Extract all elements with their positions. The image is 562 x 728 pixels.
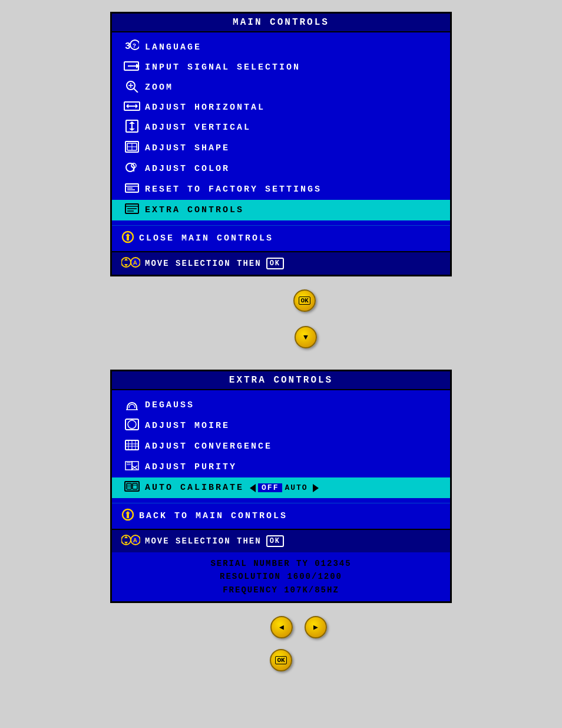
extra-controls-footer: A MOVE SELECTION THEN OK [112,529,450,552]
extra-controls-label: EXTRA CONTROLS [145,205,244,215]
menu-item-extra-controls[interactable]: EXTRA CONTROLS [112,200,450,220]
menu-item-reset-factory[interactable]: RESET TO FACTORY SETTINGS [112,179,450,200]
svg-marker-66 [124,542,128,544]
menu-item-adjust-moire[interactable]: ADJUST MOIRE [112,416,450,436]
menu-item-zoom[interactable]: ZOOM [112,77,450,98]
adjust-purity-icon [121,459,143,475]
ok-badge-extra-icon: OK [266,535,284,547]
adjust-color-icon [121,161,143,177]
ok-badge-icon: OK [266,258,284,269]
menu-item-adjust-convergence[interactable]: ADJUST CONVERGENCE [112,436,450,457]
reset-factory-label: RESET TO FACTORY SETTINGS [145,185,322,195]
menu-item-adjust-purity[interactable]: ADJUST PURITY [112,457,450,477]
adjust-shape-icon [121,140,143,156]
resolution: RESOLUTION 1600/1200 [121,570,441,583]
ok-button-row-extra: OK [270,649,292,671]
menu-item-adjust-color[interactable]: ADJUST COLOR [112,159,450,179]
menu-item-degauss[interactable]: DEGAUSS [112,395,450,416]
right-arrow-icon: ▶ [313,622,318,632]
main-controls-panel: MAIN CONTROLS 3 ? LANGUAGE IN [110,12,452,276]
left-button[interactable]: ◀ [270,616,293,638]
extra-controls-menu: DEGAUSS ADJUST MOIRE [112,390,450,503]
auto-calibrate-right-btn[interactable] [313,484,319,492]
zoom-icon [121,80,143,95]
right-button[interactable]: ▶ [305,616,327,638]
degauss-label: DEGAUSS [145,400,194,410]
close-icon [121,230,134,246]
svg-marker-36 [124,264,128,266]
left-arrow-icon: ◀ [279,622,284,632]
svg-marker-15 [129,121,135,124]
input-signal-icon [121,60,143,75]
svg-line-7 [134,88,138,93]
adjust-shape-label: ADJUST SHAPE [145,143,230,153]
auto-cal-left-arrow [250,484,256,492]
extra-controls-title: EXTRA CONTROLS [112,371,450,390]
svg-point-43 [128,420,136,429]
svg-text:A: A [133,537,138,544]
down-arrow-icon: ▼ [303,333,308,342]
extra-controls-panel: EXTRA CONTROLS DEGAUSS [110,370,452,603]
back-icon [121,508,134,524]
svg-marker-11 [126,104,128,108]
svg-marker-16 [129,129,135,131]
ok-badge-extra: OK [266,535,284,547]
adjust-horizontal-icon [121,100,143,115]
auto-cal-right-arrow [313,484,319,492]
close-main-controls-label: CLOSE MAIN CONTROLS [139,233,273,243]
menu-item-adjust-vertical[interactable]: ADJUST VERTICAL [112,117,450,138]
main-controls-menu: 3 ? LANGUAGE INPUT SIGNAL SELECTION [112,32,450,225]
svg-rect-58 [133,483,137,489]
close-main-controls-row[interactable]: CLOSE MAIN CONTROLS [112,225,450,251]
auto-calibrate-value: OFF [258,483,282,492]
language-icon: 3 ? [121,39,143,55]
menu-item-language[interactable]: 3 ? LANGUAGE [112,37,450,58]
adjust-vertical-icon [121,120,143,136]
svg-marker-65 [124,536,128,538]
adjust-moire-label: ADJUST MOIRE [145,421,230,431]
degauss-icon [121,397,143,413]
auto-calibrate-left-btn[interactable] [250,484,256,492]
adjust-convergence-icon [121,439,143,454]
svg-text:A: A [133,259,138,266]
svg-marker-35 [124,258,128,261]
down-button[interactable]: ▼ [295,326,317,348]
language-label: LANGUAGE [145,42,201,52]
ok-button-row-main: OK [246,289,316,312]
device-info-section: SERIAL NUMBER TY 012345 RESOLUTION 1600/… [112,552,450,601]
auto-calibrate-value2: AUTO [285,483,308,492]
ok-badge-main: OK [266,258,284,269]
ok-button-main[interactable]: OK [293,289,316,312]
adjust-purity-label: ADJUST PURITY [145,462,237,472]
back-to-main-row[interactable]: BACK TO MAIN CONTROLS [112,503,450,529]
main-controls-title: MAIN CONTROLS [112,14,450,32]
joystick-icon-extra: A [121,533,140,549]
svg-marker-63 [125,511,130,518]
svg-rect-57 [127,483,131,489]
ok-button-extra-label: OK [275,656,286,664]
adjust-color-label: ADJUST COLOR [145,164,230,174]
joystick-icon: A [121,256,140,271]
serial-number: SERIAL NUMBER TY 012345 [121,557,441,570]
extra-footer-label: MOVE SELECTION THEN [145,536,262,546]
ok-button-label: OK [299,297,310,305]
menu-item-adjust-shape[interactable]: ADJUST SHAPE [112,138,450,159]
auto-calibrate-label: AUTO CALIBRATE [145,483,244,493]
menu-item-adjust-horizontal[interactable]: ADJUST HORIZONTAL [112,98,450,117]
down-button-row: ▼ [245,326,317,348]
adjust-vertical-label: ADJUST VERTICAL [145,123,251,133]
svg-text:?: ? [133,43,137,50]
footer-label: MOVE SELECTION THEN [145,259,262,268]
adjust-horizontal-label: ADJUST HORIZONTAL [145,103,265,113]
zoom-label: ZOOM [145,83,173,93]
menu-item-auto-calibrate[interactable]: AUTO CALIBRATE OFF AUTO [112,477,450,498]
ok-button-extra[interactable]: OK [270,649,292,671]
adjust-moire-icon [121,418,143,434]
reset-factory-icon [121,182,143,197]
frequency: FREQUENCY 107K/85HZ [121,584,441,597]
input-signal-label: INPUT SIGNAL SELECTION [145,62,300,73]
svg-marker-12 [135,104,138,108]
left-right-button-row: ◀ ▶ [235,616,327,638]
auto-calibrate-icon [121,480,143,496]
menu-item-input-signal[interactable]: INPUT SIGNAL SELECTION [112,58,450,77]
